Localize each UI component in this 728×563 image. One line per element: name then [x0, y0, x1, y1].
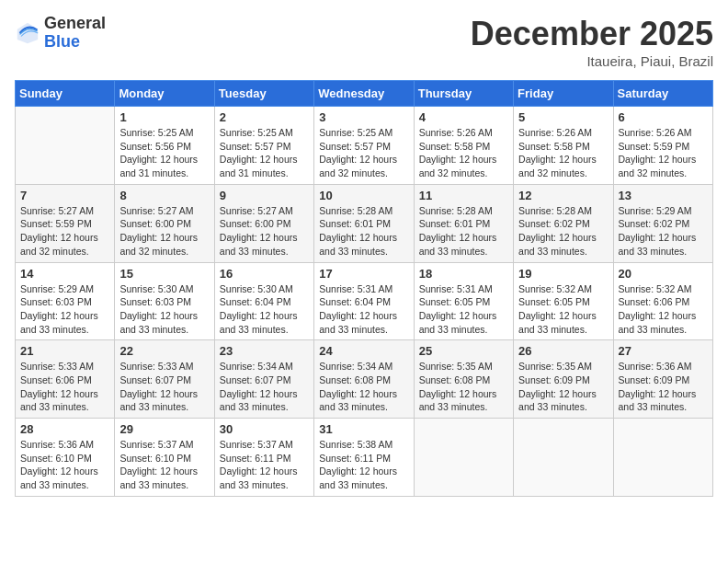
day-number: 17: [319, 267, 408, 281]
day-number: 2: [220, 110, 309, 124]
calendar-cell: 1Sunrise: 5:25 AM Sunset: 5:56 PM Daylig…: [115, 107, 214, 185]
calendar-week-1: 1Sunrise: 5:25 AM Sunset: 5:56 PM Daylig…: [16, 107, 713, 185]
calendar-cell: [414, 419, 513, 497]
logo-blue: Blue: [44, 33, 106, 52]
day-info: Sunrise: 5:25 AM Sunset: 5:57 PM Dayligh…: [319, 126, 408, 180]
calendar-cell: 17Sunrise: 5:31 AM Sunset: 6:04 PM Dayli…: [314, 262, 414, 340]
calendar-cell: 24Sunrise: 5:34 AM Sunset: 6:08 PM Dayli…: [314, 340, 414, 419]
calendar-cell: 31Sunrise: 5:38 AM Sunset: 6:11 PM Dayli…: [314, 419, 414, 497]
day-number: 30: [220, 422, 309, 436]
calendar-cell: 26Sunrise: 5:35 AM Sunset: 6:09 PM Dayli…: [514, 340, 613, 419]
location-subtitle: Itaueira, Piaui, Brazil: [471, 53, 713, 69]
day-info: Sunrise: 5:37 AM Sunset: 6:10 PM Dayligh…: [119, 438, 209, 492]
calendar-cell: 3Sunrise: 5:25 AM Sunset: 5:57 PM Daylig…: [314, 107, 414, 185]
day-info: Sunrise: 5:31 AM Sunset: 6:05 PM Dayligh…: [419, 282, 508, 337]
header-cell-monday: Monday: [115, 81, 214, 107]
day-info: Sunrise: 5:34 AM Sunset: 6:08 PM Dayligh…: [319, 360, 408, 414]
day-info: Sunrise: 5:37 AM Sunset: 6:11 PM Dayligh…: [220, 438, 309, 492]
day-number: 29: [119, 422, 209, 436]
day-number: 13: [619, 189, 708, 202]
logo-text: General Blue: [44, 15, 106, 52]
day-info: Sunrise: 5:26 AM Sunset: 5:58 PM Dayligh…: [419, 126, 508, 180]
logo-general: General: [44, 15, 106, 33]
calendar-cell: 5Sunrise: 5:26 AM Sunset: 5:58 PM Daylig…: [514, 107, 613, 185]
header-row: SundayMondayTuesdayWednesdayThursdayFrid…: [16, 81, 713, 107]
calendar-cell: 13Sunrise: 5:29 AM Sunset: 6:02 PM Dayli…: [613, 184, 712, 262]
day-info: Sunrise: 5:25 AM Sunset: 5:56 PM Dayligh…: [119, 126, 209, 180]
calendar-cell: 22Sunrise: 5:33 AM Sunset: 6:07 PM Dayli…: [115, 340, 214, 419]
day-number: 5: [518, 110, 608, 124]
day-number: 28: [20, 422, 109, 436]
title-block: December 2025 Itaueira, Piaui, Brazil: [471, 15, 713, 69]
day-info: Sunrise: 5:32 AM Sunset: 6:05 PM Dayligh…: [518, 282, 608, 337]
calendar-cell: [16, 107, 115, 185]
calendar-header: SundayMondayTuesdayWednesdayThursdayFrid…: [16, 81, 713, 107]
day-info: Sunrise: 5:29 AM Sunset: 6:02 PM Dayligh…: [619, 204, 708, 259]
page-header: General Blue December 2025 Itaueira, Pia…: [15, 15, 713, 69]
day-info: Sunrise: 5:33 AM Sunset: 6:06 PM Dayligh…: [20, 360, 109, 414]
day-info: Sunrise: 5:36 AM Sunset: 6:09 PM Dayligh…: [619, 360, 708, 414]
calendar-week-5: 28Sunrise: 5:36 AM Sunset: 6:10 PM Dayli…: [16, 419, 713, 497]
calendar-week-3: 14Sunrise: 5:29 AM Sunset: 6:03 PM Dayli…: [16, 262, 713, 340]
day-number: 25: [419, 344, 508, 358]
day-info: Sunrise: 5:28 AM Sunset: 6:01 PM Dayligh…: [419, 204, 508, 259]
day-info: Sunrise: 5:25 AM Sunset: 5:57 PM Dayligh…: [220, 126, 309, 180]
day-number: 19: [518, 267, 608, 281]
day-number: 22: [119, 344, 209, 358]
calendar-cell: 20Sunrise: 5:32 AM Sunset: 6:06 PM Dayli…: [613, 262, 712, 340]
calendar-cell: 8Sunrise: 5:27 AM Sunset: 6:00 PM Daylig…: [115, 184, 214, 262]
calendar-week-4: 21Sunrise: 5:33 AM Sunset: 6:06 PM Dayli…: [16, 340, 713, 419]
day-number: 31: [319, 422, 408, 436]
calendar-cell: [514, 419, 613, 497]
calendar-week-2: 7Sunrise: 5:27 AM Sunset: 5:59 PM Daylig…: [16, 184, 713, 262]
calendar-body: 1Sunrise: 5:25 AM Sunset: 5:56 PM Daylig…: [16, 107, 713, 497]
header-cell-saturday: Saturday: [613, 81, 712, 107]
day-info: Sunrise: 5:28 AM Sunset: 6:02 PM Dayligh…: [518, 204, 608, 259]
calendar-cell: 12Sunrise: 5:28 AM Sunset: 6:02 PM Dayli…: [514, 184, 613, 262]
calendar-cell: 14Sunrise: 5:29 AM Sunset: 6:03 PM Dayli…: [16, 262, 115, 340]
calendar-cell: 9Sunrise: 5:27 AM Sunset: 6:00 PM Daylig…: [214, 184, 313, 262]
logo: General Blue: [15, 15, 106, 52]
month-title: December 2025: [471, 15, 713, 53]
calendar-cell: 28Sunrise: 5:36 AM Sunset: 6:10 PM Dayli…: [16, 419, 115, 497]
day-info: Sunrise: 5:26 AM Sunset: 5:59 PM Dayligh…: [619, 126, 708, 180]
day-number: 26: [518, 344, 608, 358]
calendar-cell: 6Sunrise: 5:26 AM Sunset: 5:59 PM Daylig…: [613, 107, 712, 185]
day-number: 15: [119, 267, 209, 281]
calendar-cell: 4Sunrise: 5:26 AM Sunset: 5:58 PM Daylig…: [414, 107, 513, 185]
day-info: Sunrise: 5:35 AM Sunset: 6:09 PM Dayligh…: [518, 360, 608, 414]
day-number: 16: [220, 267, 309, 281]
day-number: 4: [419, 110, 508, 124]
day-number: 21: [20, 344, 109, 358]
day-info: Sunrise: 5:27 AM Sunset: 5:59 PM Dayligh…: [20, 204, 109, 259]
calendar-cell: 11Sunrise: 5:28 AM Sunset: 6:01 PM Dayli…: [414, 184, 513, 262]
day-number: 7: [20, 189, 109, 202]
day-number: 10: [319, 189, 408, 202]
day-number: 27: [619, 344, 708, 358]
day-info: Sunrise: 5:36 AM Sunset: 6:10 PM Dayligh…: [20, 438, 109, 492]
day-number: 20: [619, 267, 708, 281]
day-number: 9: [220, 189, 309, 202]
calendar-cell: 10Sunrise: 5:28 AM Sunset: 6:01 PM Dayli…: [314, 184, 414, 262]
day-info: Sunrise: 5:26 AM Sunset: 5:58 PM Dayligh…: [518, 126, 608, 180]
day-info: Sunrise: 5:31 AM Sunset: 6:04 PM Dayligh…: [319, 282, 408, 337]
calendar-cell: 23Sunrise: 5:34 AM Sunset: 6:07 PM Dayli…: [214, 340, 313, 419]
calendar-cell: 25Sunrise: 5:35 AM Sunset: 6:08 PM Dayli…: [414, 340, 513, 419]
day-info: Sunrise: 5:27 AM Sunset: 6:00 PM Dayligh…: [220, 204, 309, 259]
day-number: 23: [220, 344, 309, 358]
header-cell-wednesday: Wednesday: [314, 81, 414, 107]
day-number: 3: [319, 110, 408, 124]
calendar-cell: 2Sunrise: 5:25 AM Sunset: 5:57 PM Daylig…: [214, 107, 313, 185]
calendar-cell: 7Sunrise: 5:27 AM Sunset: 5:59 PM Daylig…: [16, 184, 115, 262]
day-info: Sunrise: 5:30 AM Sunset: 6:03 PM Dayligh…: [119, 282, 209, 337]
calendar-cell: 29Sunrise: 5:37 AM Sunset: 6:10 PM Dayli…: [115, 419, 214, 497]
day-number: 1: [119, 110, 209, 124]
header-cell-sunday: Sunday: [16, 81, 115, 107]
calendar-cell: 21Sunrise: 5:33 AM Sunset: 6:06 PM Dayli…: [16, 340, 115, 419]
day-info: Sunrise: 5:30 AM Sunset: 6:04 PM Dayligh…: [220, 282, 309, 337]
day-number: 6: [619, 110, 708, 124]
logo-icon: [15, 20, 40, 46]
day-info: Sunrise: 5:34 AM Sunset: 6:07 PM Dayligh…: [220, 360, 309, 414]
day-info: Sunrise: 5:38 AM Sunset: 6:11 PM Dayligh…: [319, 438, 408, 492]
calendar-cell: 15Sunrise: 5:30 AM Sunset: 6:03 PM Dayli…: [115, 262, 214, 340]
